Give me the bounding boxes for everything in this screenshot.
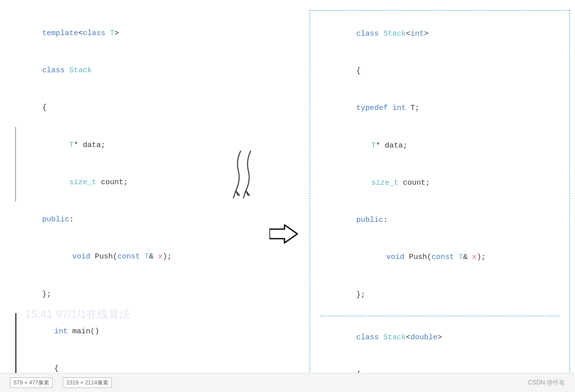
main-container: template<class T> class Stack { T* data;… (0, 0, 575, 392)
code-line: size_t count; (18, 164, 254, 201)
bottom-bar-left: 579 × 477像素 2319 × 2114像素 (10, 377, 112, 388)
brand-label: CSDN @仟名 (528, 378, 565, 387)
stack-int-section: class Stack<int> { typedef int T; T* dat… (320, 16, 559, 314)
code-line: void Push(const T& x); (15, 239, 254, 276)
code-line: size_t count; (320, 165, 559, 202)
svg-marker-0 (269, 225, 298, 243)
bottom-bar: 579 × 477像素 2319 × 2114像素 CSDN @仟名 (0, 373, 575, 392)
code-line: typedef int T; (320, 90, 559, 127)
code-line: class Stack<int> (320, 16, 559, 53)
code-line: public: (15, 201, 254, 238)
code-line: { (15, 90, 254, 127)
code-line: int main() (15, 313, 254, 350)
squiggle-arrows-icon (231, 151, 271, 201)
left-panel: template<class T> class Stack { T* data;… (5, 10, 264, 387)
code-line: }; (15, 276, 254, 313)
code-line: template<class T> (15, 15, 254, 52)
code-line: }; (320, 277, 559, 314)
size-box-1: 579 × 477像素 (10, 377, 53, 388)
code-line: T* data; (18, 127, 254, 164)
code-line: { (320, 53, 559, 90)
arrow-icon (269, 221, 300, 246)
code-line: public: (320, 202, 559, 239)
code-line: void Push(const T& x); (320, 239, 559, 277)
size-box-2: 2319 × 2114像素 (63, 377, 111, 388)
code-line: class Stack<double> (320, 319, 559, 356)
code-line: class Stack (15, 52, 254, 89)
right-panel: class Stack<int> { typedef int T; T* dat… (310, 10, 570, 387)
code-line: T* data; (320, 127, 559, 165)
